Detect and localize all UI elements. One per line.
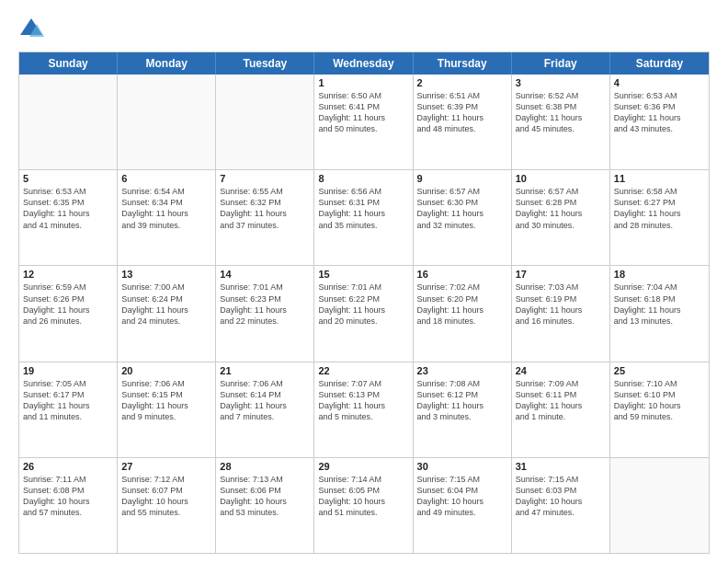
calendar-day-empty	[610, 458, 709, 553]
day-info: Sunrise: 7:15 AM Sunset: 6:04 PM Dayligh…	[417, 474, 507, 519]
day-number: 9	[417, 173, 507, 184]
calendar-day-16: 16Sunrise: 7:02 AM Sunset: 6:20 PM Dayli…	[414, 266, 512, 361]
calendar-body: 1Sunrise: 6:50 AM Sunset: 6:41 PM Daylig…	[19, 75, 709, 553]
calendar-day-13: 13Sunrise: 7:00 AM Sunset: 6:24 PM Dayli…	[118, 266, 216, 361]
calendar-day-9: 9Sunrise: 6:57 AM Sunset: 6:30 PM Daylig…	[414, 170, 512, 265]
day-number: 31	[516, 461, 606, 472]
day-info: Sunrise: 6:50 AM Sunset: 6:41 PM Dayligh…	[318, 90, 408, 135]
calendar-day-19: 19Sunrise: 7:05 AM Sunset: 6:17 PM Dayli…	[19, 362, 118, 457]
page-header	[18, 17, 710, 42]
weekday-header-monday: Monday	[118, 52, 216, 75]
day-number: 15	[318, 269, 408, 280]
day-number: 14	[220, 269, 310, 280]
calendar-day-2: 2Sunrise: 6:51 AM Sunset: 6:39 PM Daylig…	[414, 75, 512, 169]
day-info: Sunrise: 6:59 AM Sunset: 6:26 PM Dayligh…	[23, 282, 113, 327]
calendar-day-14: 14Sunrise: 7:01 AM Sunset: 6:23 PM Dayli…	[216, 266, 314, 361]
day-number: 7	[220, 173, 310, 184]
day-number: 1	[318, 77, 408, 88]
day-number: 19	[23, 365, 113, 376]
day-info: Sunrise: 7:08 AM Sunset: 6:12 PM Dayligh…	[417, 378, 507, 423]
calendar-header: SundayMondayTuesdayWednesdayThursdayFrid…	[19, 52, 709, 75]
calendar-day-15: 15Sunrise: 7:01 AM Sunset: 6:22 PM Dayli…	[314, 266, 413, 361]
day-info: Sunrise: 7:11 AM Sunset: 6:08 PM Dayligh…	[23, 474, 113, 519]
day-number: 18	[614, 269, 705, 280]
day-info: Sunrise: 6:56 AM Sunset: 6:31 PM Dayligh…	[318, 186, 408, 231]
day-info: Sunrise: 6:53 AM Sunset: 6:36 PM Dayligh…	[614, 90, 705, 135]
day-number: 16	[417, 269, 507, 280]
day-number: 21	[220, 365, 310, 376]
day-info: Sunrise: 7:14 AM Sunset: 6:05 PM Dayligh…	[318, 474, 408, 519]
day-number: 27	[121, 461, 211, 472]
day-number: 2	[417, 77, 507, 88]
calendar-day-24: 24Sunrise: 7:09 AM Sunset: 6:11 PM Dayli…	[512, 362, 610, 457]
weekday-header-wednesday: Wednesday	[314, 52, 413, 75]
day-number: 4	[614, 77, 705, 88]
day-number: 10	[516, 173, 606, 184]
day-info: Sunrise: 7:06 AM Sunset: 6:15 PM Dayligh…	[121, 378, 211, 423]
day-number: 8	[318, 173, 408, 184]
weekday-header-friday: Friday	[512, 52, 610, 75]
day-info: Sunrise: 7:04 AM Sunset: 6:18 PM Dayligh…	[614, 282, 705, 327]
calendar-day-18: 18Sunrise: 7:04 AM Sunset: 6:18 PM Dayli…	[610, 266, 709, 361]
calendar-day-27: 27Sunrise: 7:12 AM Sunset: 6:07 PM Dayli…	[118, 458, 216, 553]
day-info: Sunrise: 7:15 AM Sunset: 6:03 PM Dayligh…	[516, 474, 606, 519]
day-info: Sunrise: 6:55 AM Sunset: 6:32 PM Dayligh…	[220, 186, 310, 231]
day-number: 13	[121, 269, 211, 280]
day-info: Sunrise: 7:02 AM Sunset: 6:20 PM Dayligh…	[417, 282, 507, 327]
calendar-day-25: 25Sunrise: 7:10 AM Sunset: 6:10 PM Dayli…	[610, 362, 709, 457]
calendar-day-7: 7Sunrise: 6:55 AM Sunset: 6:32 PM Daylig…	[216, 170, 314, 265]
calendar-day-empty	[19, 75, 118, 169]
calendar-row-3: 12Sunrise: 6:59 AM Sunset: 6:26 PM Dayli…	[19, 266, 709, 362]
calendar-day-10: 10Sunrise: 6:57 AM Sunset: 6:28 PM Dayli…	[512, 170, 610, 265]
calendar-day-29: 29Sunrise: 7:14 AM Sunset: 6:05 PM Dayli…	[314, 458, 413, 553]
logo	[18, 17, 48, 42]
day-number: 5	[23, 173, 113, 184]
day-number: 29	[318, 461, 408, 472]
day-number: 6	[121, 173, 211, 184]
calendar-day-22: 22Sunrise: 7:07 AM Sunset: 6:13 PM Dayli…	[314, 362, 413, 457]
logo-icon	[18, 17, 44, 42]
day-info: Sunrise: 7:07 AM Sunset: 6:13 PM Dayligh…	[318, 378, 408, 423]
day-info: Sunrise: 7:00 AM Sunset: 6:24 PM Dayligh…	[121, 282, 211, 327]
calendar-day-26: 26Sunrise: 7:11 AM Sunset: 6:08 PM Dayli…	[19, 458, 118, 553]
calendar-day-empty	[216, 75, 314, 169]
calendar-day-5: 5Sunrise: 6:53 AM Sunset: 6:35 PM Daylig…	[19, 170, 118, 265]
day-info: Sunrise: 6:57 AM Sunset: 6:30 PM Dayligh…	[417, 186, 507, 231]
day-number: 26	[23, 461, 113, 472]
day-number: 20	[121, 365, 211, 376]
day-number: 22	[318, 365, 408, 376]
calendar-day-28: 28Sunrise: 7:13 AM Sunset: 6:06 PM Dayli…	[216, 458, 314, 553]
day-info: Sunrise: 7:03 AM Sunset: 6:19 PM Dayligh…	[516, 282, 606, 327]
calendar-day-11: 11Sunrise: 6:58 AM Sunset: 6:27 PM Dayli…	[610, 170, 709, 265]
day-info: Sunrise: 7:01 AM Sunset: 6:23 PM Dayligh…	[220, 282, 310, 327]
calendar: SundayMondayTuesdayWednesdayThursdayFrid…	[18, 52, 710, 554]
day-info: Sunrise: 7:09 AM Sunset: 6:11 PM Dayligh…	[516, 378, 606, 423]
calendar-day-23: 23Sunrise: 7:08 AM Sunset: 6:12 PM Dayli…	[414, 362, 512, 457]
calendar-day-17: 17Sunrise: 7:03 AM Sunset: 6:19 PM Dayli…	[512, 266, 610, 361]
day-info: Sunrise: 6:53 AM Sunset: 6:35 PM Dayligh…	[23, 186, 113, 231]
calendar-day-empty	[118, 75, 216, 169]
calendar-day-6: 6Sunrise: 6:54 AM Sunset: 6:34 PM Daylig…	[118, 170, 216, 265]
calendar-day-8: 8Sunrise: 6:56 AM Sunset: 6:31 PM Daylig…	[314, 170, 413, 265]
day-info: Sunrise: 6:51 AM Sunset: 6:39 PM Dayligh…	[417, 90, 507, 135]
calendar-row-4: 19Sunrise: 7:05 AM Sunset: 6:17 PM Dayli…	[19, 362, 709, 458]
day-info: Sunrise: 6:54 AM Sunset: 6:34 PM Dayligh…	[121, 186, 211, 231]
calendar-day-4: 4Sunrise: 6:53 AM Sunset: 6:36 PM Daylig…	[610, 75, 709, 169]
day-info: Sunrise: 7:06 AM Sunset: 6:14 PM Dayligh…	[220, 378, 310, 423]
day-info: Sunrise: 7:12 AM Sunset: 6:07 PM Dayligh…	[121, 474, 211, 519]
weekday-header-sunday: Sunday	[19, 52, 118, 75]
calendar-row-2: 5Sunrise: 6:53 AM Sunset: 6:35 PM Daylig…	[19, 170, 709, 266]
day-info: Sunrise: 7:05 AM Sunset: 6:17 PM Dayligh…	[23, 378, 113, 423]
day-info: Sunrise: 6:52 AM Sunset: 6:38 PM Dayligh…	[516, 90, 606, 135]
day-info: Sunrise: 6:57 AM Sunset: 6:28 PM Dayligh…	[516, 186, 606, 231]
calendar-day-31: 31Sunrise: 7:15 AM Sunset: 6:03 PM Dayli…	[512, 458, 610, 553]
day-number: 3	[516, 77, 606, 88]
weekday-header-saturday: Saturday	[610, 52, 709, 75]
calendar-day-12: 12Sunrise: 6:59 AM Sunset: 6:26 PM Dayli…	[19, 266, 118, 361]
calendar-day-30: 30Sunrise: 7:15 AM Sunset: 6:04 PM Dayli…	[414, 458, 512, 553]
day-info: Sunrise: 6:58 AM Sunset: 6:27 PM Dayligh…	[614, 186, 705, 231]
day-number: 28	[220, 461, 310, 472]
calendar-day-1: 1Sunrise: 6:50 AM Sunset: 6:41 PM Daylig…	[314, 75, 413, 169]
day-number: 17	[516, 269, 606, 280]
day-number: 23	[417, 365, 507, 376]
